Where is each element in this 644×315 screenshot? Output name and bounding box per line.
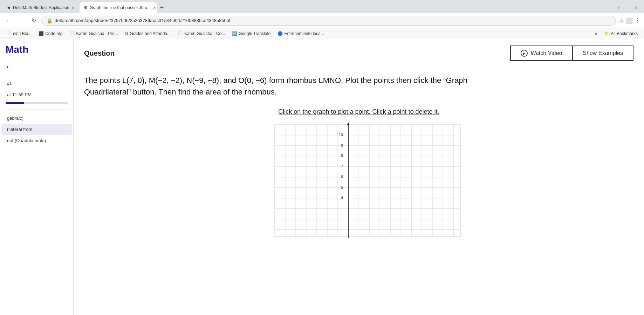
graph-container[interactable]: 10 9 8 7 6 5 4 xyxy=(74,121,644,247)
bookmark-more[interactable]: » xyxy=(592,30,600,37)
sidebar-item-algebraic[interactable]: gebraic) xyxy=(1,113,72,124)
instruction-text: Click on the graph to plot a point. Clic… xyxy=(74,108,644,115)
close-button[interactable]: ✕ xyxy=(628,2,644,13)
bookmark-star-icon[interactable]: ☆ xyxy=(619,17,624,24)
bookmark-label-6: Google Translate xyxy=(239,31,270,36)
graph-wrapper[interactable]: 10 9 8 7 6 5 4 xyxy=(254,121,464,240)
watch-video-button[interactable]: ▶ Watch Video xyxy=(510,46,572,61)
bookmark-translate[interactable]: 🔤 Google Translate xyxy=(229,30,273,37)
sidebar-item-label-time: at 11:59 PM xyxy=(7,92,32,97)
svg-text:8: 8 xyxy=(341,154,343,158)
screenshot-icon[interactable]: ⬜ xyxy=(626,17,633,24)
bookmark-entrenamiento[interactable]: 🔵 Entrenamiento loca... xyxy=(275,30,327,37)
sidebar-logo: Math xyxy=(0,43,73,59)
bookmark-icon-5: 📄 xyxy=(178,31,183,36)
main-area: Math e #1 at 11:59 PM gebraic) rila xyxy=(0,39,644,315)
bookmarks-bar: 📄 ein | Bio... ⬛ Code.org 📄 Karen Guaich… xyxy=(0,28,644,39)
sidebar-item-label-e: e xyxy=(7,64,9,69)
bookmark-icon-2: ⬛ xyxy=(39,31,44,36)
bookmark-all[interactable]: 📁 All Bookmarks xyxy=(601,30,640,37)
url-box[interactable]: 🔒 deltamath.com/app/student/3757506/2526… xyxy=(41,16,616,26)
bookmark-label-5: Karen Guaicha - Co... xyxy=(184,31,225,36)
minimize-button[interactable]: — xyxy=(596,2,612,13)
question-body: The points L(7, 0), M(−2, −2), N(−9, −8)… xyxy=(74,66,644,101)
bookmark-more-label: » xyxy=(595,31,597,36)
window-controls: — □ ✕ xyxy=(596,2,644,13)
tab-close-1[interactable]: ✕ xyxy=(71,6,75,10)
address-bar: ← → ↻ 🔒 deltamath.com/app/student/375750… xyxy=(0,13,644,28)
menu-dots-icon[interactable]: ⋮ xyxy=(635,17,640,24)
browser-frame: ★ DeltaMath Student Application ✕ ⚙ Grap… xyxy=(0,0,644,39)
progress-bar-background xyxy=(6,102,68,104)
sidebar-item-1[interactable]: #1 xyxy=(1,78,72,89)
question-header: Question ▶ Watch Video Show Examples xyxy=(74,39,644,66)
sidebar-section: e #1 at 11:59 PM gebraic) rilateral from xyxy=(0,59,73,148)
content-area: Question ▶ Watch Video Show Examples The… xyxy=(74,39,644,315)
bookmark-label-all: All Bookmarks xyxy=(611,31,638,36)
svg-text:7: 7 xyxy=(341,164,343,168)
svg-rect-0 xyxy=(275,125,460,237)
sidebar-item-label-1: #1 xyxy=(7,81,12,86)
back-button[interactable]: ← xyxy=(4,16,13,26)
svg-marker-29 xyxy=(347,122,350,125)
address-bar-icons: ☆ ⬜ ⋮ xyxy=(619,17,640,24)
tab-close-2[interactable]: ✕ xyxy=(153,6,156,10)
bookmark-codeorg[interactable]: ⬛ Code.org xyxy=(36,30,65,37)
sidebar-item-label-algebraic: gebraic) xyxy=(7,115,23,121)
bookmark-icon-3: 📄 xyxy=(70,31,75,36)
bookmark-icon-7: 🔵 xyxy=(278,31,283,36)
reload-button[interactable]: ↻ xyxy=(29,16,39,26)
url-text: deltamath.com/app/student/3757506/252637… xyxy=(55,18,611,23)
question-title: Question xyxy=(84,49,115,57)
play-circle-icon: ▶ xyxy=(521,50,528,57)
maximize-button[interactable]: □ xyxy=(612,2,628,13)
bookmark-icon-6: 🔤 xyxy=(232,31,237,36)
forward-button[interactable]: → xyxy=(16,16,26,26)
sidebar-divider-1 xyxy=(4,75,69,75)
new-tab-button[interactable]: + xyxy=(157,4,167,12)
sidebar-progress xyxy=(0,100,73,107)
sidebar: Math e #1 at 11:59 PM gebraic) rila xyxy=(0,39,74,315)
tab-icon-2: ⚙ xyxy=(84,5,88,10)
sidebar-item-time[interactable]: at 11:59 PM xyxy=(1,89,72,100)
tab-label-2: Graph the line that passes thro... xyxy=(90,5,151,10)
svg-text:10: 10 xyxy=(339,133,343,137)
sidebar-item-label-proof: oof (Quadrilaterals) xyxy=(7,138,46,143)
svg-text:4: 4 xyxy=(341,196,343,200)
bookmark-karen-pro[interactable]: 📄 Karen Guaicha - Pro... xyxy=(67,30,121,37)
watch-video-label: Watch Video xyxy=(530,50,562,56)
progress-bar-fill xyxy=(6,102,24,104)
sidebar-item-e[interactable]: e xyxy=(1,61,72,72)
sidebar-divider-2 xyxy=(4,110,69,110)
tab-label-1: DeltaMath Student Application xyxy=(13,5,69,10)
bookmark-label-4: Grades and Attenda... xyxy=(130,31,171,36)
svg-text:9: 9 xyxy=(341,143,343,147)
bookmark-icon-4: G xyxy=(125,31,128,36)
svg-text:5: 5 xyxy=(341,185,343,189)
show-examples-label: Show Examples xyxy=(583,50,623,56)
tab-bar: ★ DeltaMath Student Application ✕ ⚙ Grap… xyxy=(0,0,644,13)
header-buttons: ▶ Watch Video Show Examples xyxy=(510,46,633,61)
graph-svg[interactable]: 10 9 8 7 6 5 4 xyxy=(254,121,464,240)
sidebar-item-quadrilateral[interactable]: rilateral from xyxy=(1,124,72,135)
bookmark-label-1: ein | Bio... xyxy=(13,31,32,36)
bookmark-icon-all: 📁 xyxy=(604,31,609,36)
tab-deltamath[interactable]: ★ DeltaMath Student Application ✕ xyxy=(3,2,79,13)
svg-text:6: 6 xyxy=(341,175,343,179)
bookmark-karen-co[interactable]: 📄 Karen Guaicha - Co... xyxy=(175,30,228,37)
show-examples-button[interactable]: Show Examples xyxy=(572,46,633,61)
bookmark-bio[interactable]: 📄 ein | Bio... xyxy=(4,30,34,37)
bookmark-label-7: Entrenamiento loca... xyxy=(284,31,324,36)
tab-graph[interactable]: ⚙ Graph the line that passes thro... ✕ xyxy=(80,2,157,13)
sidebar-item-label-quadrilateral: rilateral from xyxy=(7,127,32,132)
bookmark-icon-1: 📄 xyxy=(6,31,12,36)
sidebar-item-proof[interactable]: oof (Quadrilaterals) xyxy=(1,135,72,146)
tab-icon-1: ★ xyxy=(7,5,11,10)
bookmark-label-2: Code.org xyxy=(45,31,62,36)
bookmark-label-3: Karen Guaicha - Pro... xyxy=(76,31,118,36)
question-text: The points L(7, 0), M(−2, −2), N(−9, −8)… xyxy=(84,75,470,98)
bookmark-grades[interactable]: G Grades and Attenda... xyxy=(122,30,173,37)
